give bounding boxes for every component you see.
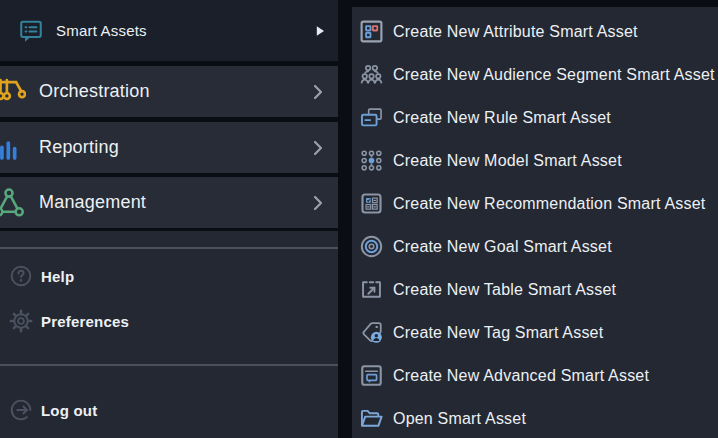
sidebar-item-label: Log out (41, 402, 97, 419)
question-circle-icon (6, 261, 36, 291)
sidebar-item-label: Reporting (39, 137, 119, 158)
menu-item-create-table[interactable]: Create New Table Smart Asset (352, 268, 718, 311)
sidebar-item-label: Smart Assets (56, 22, 147, 39)
attribute-icon (358, 18, 385, 45)
gear-icon (6, 306, 36, 336)
triangle-right-icon (312, 23, 328, 39)
chat-list-icon (17, 17, 45, 45)
chevron-right-icon (308, 138, 328, 158)
open-folder-icon (358, 405, 385, 432)
menu-item-label: Create New Audience Segment Smart Asset (393, 66, 715, 84)
menu-item-create-recommendation[interactable]: Create New Recommendation Smart Asset (352, 182, 718, 225)
sidebar-item-label: Preferences (41, 313, 129, 330)
smart-assets-flyout-menu: Create New Attribute Smart Asset Create … (352, 7, 718, 438)
network-icon (0, 186, 26, 220)
chevron-right-icon (308, 82, 328, 102)
tag-icon (358, 319, 385, 346)
menu-item-label: Create New Tag Smart Asset (393, 324, 603, 342)
sidebar: Smart Assets Orchestration (0, 0, 338, 438)
menu-item-create-audience-segment[interactable]: Create New Audience Segment Smart Asset (352, 53, 718, 96)
sidebar-secondary-section: Help Preferences (0, 249, 338, 364)
menu-item-label: Create New Recommendation Smart Asset (393, 195, 705, 213)
menu-item-create-tag[interactable]: Create New Tag Smart Asset (352, 311, 718, 354)
goal-icon (358, 233, 385, 260)
sidebar-item-help[interactable]: Help (0, 256, 338, 296)
menu-item-create-rule[interactable]: Create New Rule Smart Asset (352, 96, 718, 139)
audience-icon (358, 61, 385, 88)
menu-item-open-smart-asset[interactable]: Open Smart Asset (352, 397, 718, 438)
menu-item-label: Create New Rule Smart Asset (393, 109, 611, 127)
sidebar-item-preferences[interactable]: Preferences (0, 301, 338, 341)
sidebar-item-smart-assets[interactable]: Smart Assets (0, 0, 338, 61)
logout-arrow-icon (6, 395, 36, 425)
menu-item-create-attribute[interactable]: Create New Attribute Smart Asset (352, 10, 718, 53)
advanced-icon (358, 362, 385, 389)
menu-item-label: Create New Advanced Smart Asset (393, 367, 649, 385)
table-icon (358, 276, 385, 303)
sidebar-item-reporting[interactable]: Reporting (0, 122, 338, 173)
menu-item-label: Create New Goal Smart Asset (393, 238, 612, 256)
sidebar-item-label: Orchestration (39, 81, 150, 102)
sidebar-item-orchestration[interactable]: Orchestration (0, 66, 338, 117)
menu-item-create-goal[interactable]: Create New Goal Smart Asset (352, 225, 718, 268)
menu-item-label: Create New Model Smart Asset (393, 152, 622, 170)
recommendation-icon (358, 190, 385, 217)
menu-item-label: Open Smart Asset (393, 410, 526, 428)
sidebar-item-label: Management (39, 192, 146, 213)
sidebar-item-logout[interactable]: Log out (0, 390, 338, 430)
menu-item-create-advanced[interactable]: Create New Advanced Smart Asset (352, 354, 718, 397)
menu-item-create-model[interactable]: Create New Model Smart Asset (352, 139, 718, 182)
sidebar-spacer (0, 231, 338, 247)
sidebar-item-management[interactable]: Management (0, 177, 338, 228)
menu-item-label: Create New Attribute Smart Asset (393, 23, 638, 41)
model-icon (358, 147, 385, 174)
bar-chart-icon (0, 131, 26, 165)
chevron-right-icon (308, 193, 328, 213)
rule-icon (358, 104, 385, 131)
menu-item-label: Create New Table Smart Asset (393, 281, 616, 299)
sidebar-item-label: Help (41, 268, 74, 285)
orchestration-icon (0, 75, 26, 109)
sidebar-logout-section: Log out (0, 366, 338, 438)
